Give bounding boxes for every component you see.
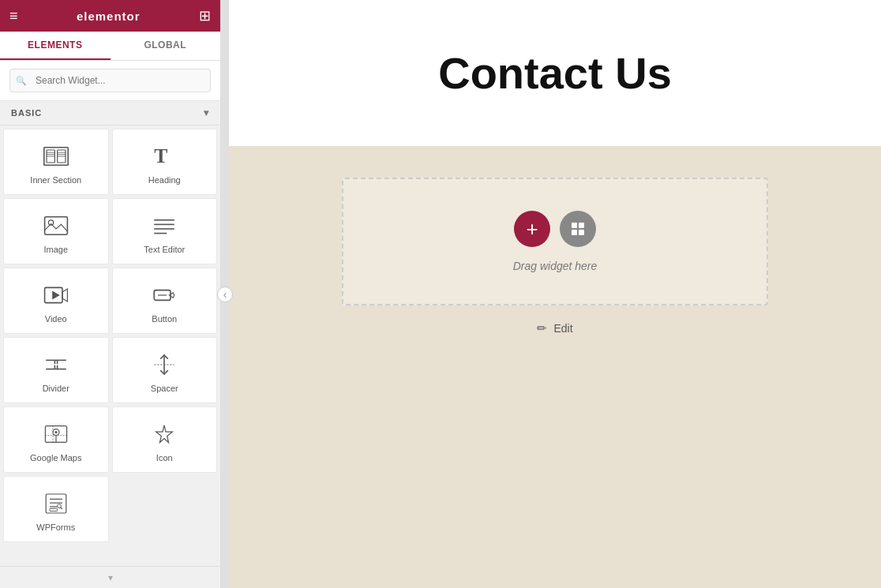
resize-handle[interactable] [221, 0, 229, 588]
page-title: Contact Us [438, 47, 672, 99]
widget-heading[interactable]: T Heading [112, 129, 218, 195]
widget-divider[interactable]: Divider [3, 337, 109, 403]
svg-rect-37 [50, 508, 58, 511]
tab-elements[interactable]: ELEMENTS [0, 32, 111, 60]
canvas-area: Contact Us + Drag widget here ✏ [229, 0, 881, 588]
edit-bar[interactable]: ✏ Edit [537, 321, 572, 335]
panel-tabs: ELEMENTS GLOBAL [0, 32, 220, 61]
spacer-icon [152, 352, 177, 377]
widget-inner-section[interactable]: Inner Section [3, 129, 109, 195]
svg-marker-17 [52, 290, 60, 299]
canvas-content-section: + Drag widget here ✏ Edit [229, 146, 881, 588]
scroll-down-icon: ▾ [108, 572, 113, 583]
divider-icon [43, 352, 69, 377]
search-input[interactable] [9, 69, 211, 92]
button-icon [152, 283, 177, 308]
widget-video[interactable]: Video [3, 268, 109, 334]
widget-spacer-label: Spacer [151, 384, 178, 393]
widget-heading-label: Heading [148, 175, 181, 185]
video-icon [43, 283, 69, 308]
widget-button-label: Button [152, 314, 177, 324]
widgets-area: Inner Section T Heading Image [0, 125, 220, 566]
apps-icon[interactable]: ⊞ [199, 9, 211, 23]
wpforms-icon [43, 491, 69, 516]
search-bar [0, 61, 220, 101]
widget-icon[interactable]: Icon [112, 406, 218, 473]
widget-wpforms[interactable]: WPForms [3, 476, 109, 542]
drop-zone-buttons: + [514, 211, 596, 247]
search-wrap [9, 69, 211, 92]
elementor-logo: elementor [77, 9, 141, 23]
collapse-arrow-icon[interactable]: ▾ [204, 107, 209, 118]
widget-text-editor[interactable]: Text Editor [112, 198, 218, 264]
widget-inner-section-label: Inner Section [30, 175, 81, 185]
tab-global[interactable]: GLOBAL [111, 32, 221, 60]
text-editor-icon [152, 213, 177, 238]
widget-google-maps[interactable]: Google Maps [3, 406, 109, 473]
inner-section-icon [43, 144, 69, 169]
widget-spacer[interactable]: Spacer [112, 337, 218, 403]
widget-divider-label: Divider [43, 384, 69, 393]
svg-point-39 [57, 504, 61, 508]
basic-section-header: BASIC ▾ [0, 101, 220, 125]
add-widget-button[interactable]: + [514, 211, 550, 247]
svg-rect-43 [579, 230, 584, 235]
widget-image[interactable]: Image [3, 198, 109, 264]
icon-icon [152, 421, 177, 447]
basic-section-label: BASIC [11, 108, 42, 118]
page-heading-section: Contact Us [229, 0, 881, 146]
edit-icon: ✏ [537, 321, 547, 335]
svg-rect-42 [572, 230, 577, 235]
google-maps-icon [43, 421, 69, 447]
svg-rect-40 [572, 223, 577, 228]
svg-text:T: T [154, 144, 167, 167]
widget-image-label: Image [43, 245, 68, 254]
heading-icon: T [152, 144, 177, 169]
svg-rect-10 [44, 217, 67, 234]
widget-video-label: Video [45, 314, 67, 324]
panel-scroll-bottom: ▾ [0, 566, 220, 588]
widget-text-editor-label: Text Editor [144, 245, 185, 254]
widget-picker-icon [570, 221, 586, 237]
widget-wpforms-label: WPForms [36, 522, 75, 532]
svg-point-32 [54, 431, 57, 433]
widget-button[interactable]: Button [112, 268, 218, 334]
widget-google-maps-label: Google Maps [30, 453, 81, 463]
drop-zone: + Drag widget here [342, 178, 768, 305]
menu-icon[interactable]: ≡ [9, 9, 18, 23]
svg-rect-33 [46, 494, 66, 513]
widget-grid: Inner Section T Heading Image [3, 129, 217, 542]
widget-picker-button[interactable] [560, 211, 596, 247]
edit-label: Edit [553, 322, 572, 335]
panel-header: ≡ elementor ⊞ [0, 0, 220, 32]
widget-icon-label: Icon [156, 453, 173, 463]
image-icon [43, 213, 69, 238]
left-panel: ≡ elementor ⊞ ELEMENTS GLOBAL BASIC ▾ [0, 0, 221, 588]
svg-rect-41 [579, 223, 584, 228]
drop-zone-label: Drag widget here [513, 260, 598, 272]
